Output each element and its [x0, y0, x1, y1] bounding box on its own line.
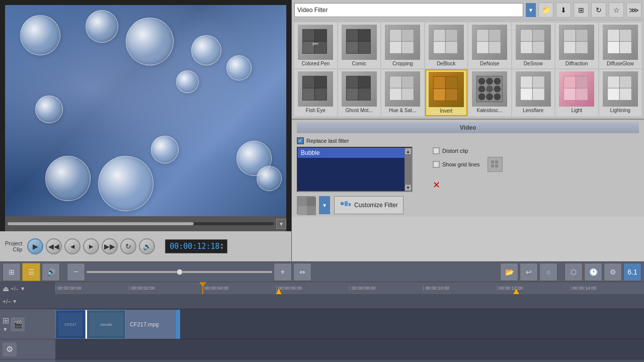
progress-dropdown[interactable]: ▼	[276, 219, 286, 229]
svg-rect-64	[576, 76, 588, 88]
svg-rect-35	[303, 88, 315, 100]
track-dropdown-arrow[interactable]: ▼	[12, 299, 17, 304]
download-icon-btn[interactable]: ⬇	[556, 3, 571, 18]
filter-label-kaleidosc: Kaleidosc...	[470, 108, 509, 113]
filter-label-diffraction: Diffraction	[557, 61, 596, 66]
scroll-track	[405, 155, 412, 184]
next-frame-button[interactable]: ▶▶	[102, 238, 118, 254]
distort-clip-checkbox[interactable]	[433, 147, 440, 154]
star-icon-btn[interactable]: ☆	[609, 3, 624, 18]
replace-filter-row: ✓ Replace last filter	[297, 137, 428, 144]
add-track-btn[interactable]: +/−	[3, 298, 11, 305]
grid-icon-btn[interactable]: ⊞	[574, 3, 589, 18]
filter-kaleidosc[interactable]: Kaleidosc...	[468, 69, 511, 116]
replace-filter-checkbox[interactable]: ✓	[297, 137, 304, 144]
filter-btn[interactable]: ⬡	[565, 263, 583, 281]
filter-dropdown[interactable]: Video Filter	[294, 3, 523, 17]
cube-svg-desnow	[518, 27, 548, 57]
svg-point-54	[486, 85, 493, 93]
svg-rect-25	[564, 29, 576, 41]
ripple-btn[interactable]: ○	[539, 263, 557, 281]
svg-rect-28	[576, 41, 588, 53]
folder-icon-btn[interactable]: 📁	[538, 3, 553, 18]
filter-diffraction[interactable]: Diffraction	[555, 23, 598, 68]
distort-options: Distort clip Show grid lines	[433, 137, 639, 191]
timeline-view-btn[interactable]: ☰	[22, 263, 40, 281]
loop-button[interactable]: ↻	[120, 238, 136, 254]
filter-cropping[interactable]: Cropping	[381, 23, 424, 68]
grid-settings-btn[interactable]	[488, 157, 503, 172]
video-frame	[5, 5, 286, 216]
back-to-start-btn[interactable]: ↩	[520, 263, 538, 281]
customize-filter-button[interactable]: Customize Filter	[334, 196, 404, 214]
filter-diffuse-glow[interactable]: DiffuseGlow	[599, 23, 642, 68]
video-progress-bar[interactable]: ▼	[5, 216, 286, 231]
filter-fish-eye[interactable]: Fish Eye	[294, 69, 337, 116]
filter-ghost-mot[interactable]: Ghost Mot...	[338, 69, 381, 116]
clock-btn[interactable]: 🕐	[584, 263, 602, 281]
prev-frame-button[interactable]: ◀◀	[46, 238, 62, 254]
expand-icon-btn[interactable]: ⋙	[626, 3, 641, 18]
zoom-slider[interactable]	[87, 271, 272, 273]
time-spinner[interactable]: ▲ ▼	[221, 242, 223, 250]
zoom-out-btn[interactable]: −	[67, 263, 85, 281]
refresh-icon-btn[interactable]: ↻	[591, 3, 606, 18]
zoom-thumb	[177, 269, 183, 275]
svg-rect-7	[346, 41, 358, 53]
video-section-title: Video	[297, 122, 639, 133]
volume-button[interactable]: 🔊	[139, 238, 155, 254]
svg-rect-38	[358, 76, 370, 88]
filter-hue-sat[interactable]: Hue & Sat...	[381, 69, 424, 116]
delete-filter-button[interactable]: ✕	[433, 179, 639, 191]
filter-lightning[interactable]: Lightning	[599, 69, 642, 116]
eject-btn[interactable]: ⏏	[3, 285, 9, 293]
progress-track[interactable]	[8, 222, 274, 225]
expand-timeline-btn[interactable]: ⇔	[293, 263, 311, 281]
storyboard-view-btn[interactable]: ⊞	[3, 263, 21, 281]
scroll-down-button[interactable]: ▼	[405, 184, 412, 191]
svg-rect-8	[358, 41, 370, 53]
svg-rect-11	[390, 41, 402, 53]
playhead[interactable]	[202, 282, 203, 294]
svg-rect-46	[445, 76, 457, 88]
svg-rect-80	[495, 160, 498, 163]
filter-list-item-bubble[interactable]: Bubble	[298, 148, 412, 158]
forward-button[interactable]: ►	[83, 238, 99, 254]
zoom-in-btn[interactable]: +	[274, 263, 292, 281]
track-down-arrow-icon[interactable]: ▼	[3, 326, 9, 332]
import-btn[interactable]: 📂	[500, 263, 518, 281]
badge-btn[interactable]: 6.1	[623, 263, 641, 281]
settings-btn[interactable]: ⚙	[604, 263, 622, 281]
filter-invert[interactable]: Invert	[425, 69, 468, 116]
filter-light[interactable]: Light	[555, 69, 598, 116]
svg-rect-16	[445, 41, 457, 53]
scroll-up-button[interactable]: ▲	[405, 148, 412, 155]
show-grid-checkbox[interactable]	[433, 161, 440, 168]
filter-denoise[interactable]: DeNoise	[468, 23, 511, 68]
svg-rect-17	[477, 29, 489, 41]
filter-preview-dropdown[interactable]: ▼	[319, 196, 330, 214]
svg-rect-82	[495, 164, 498, 167]
track-side-icons: ⊞ ▼	[3, 316, 9, 332]
filter-colored-pen[interactable]: pen Colored Pen	[294, 23, 337, 68]
audio-view-btn[interactable]: 🔊	[42, 263, 60, 281]
cube-svg-lightning	[605, 74, 635, 104]
filter-desnow[interactable]: DeSnow	[512, 23, 555, 68]
svg-rect-43	[390, 88, 402, 100]
time-down-arrow[interactable]: ▼	[221, 246, 223, 250]
grid-icon	[490, 159, 500, 169]
filter-list-scrollbar[interactable]: ▲ ▼	[405, 148, 412, 191]
svg-rect-34	[315, 76, 327, 88]
filter-lensflare[interactable]: Lensflare	[512, 69, 555, 116]
back-button[interactable]: ◄	[64, 238, 80, 254]
play-button[interactable]: ▶	[27, 238, 43, 254]
svg-point-53	[478, 85, 486, 93]
filter-thumb-lensflare	[516, 71, 551, 107]
clip-block-1[interactable]: CF217	[55, 310, 86, 339]
filter-dropdown-arrow[interactable]: ▼	[526, 3, 536, 17]
filter-comic[interactable]: Comic	[338, 23, 381, 68]
clip-block-2[interactable]: clouds	[86, 310, 126, 339]
filter-deblock[interactable]: DeBlock	[425, 23, 468, 68]
svg-point-57	[486, 94, 493, 101]
ruler-mark-6: 00:00:06:00	[276, 286, 350, 291]
